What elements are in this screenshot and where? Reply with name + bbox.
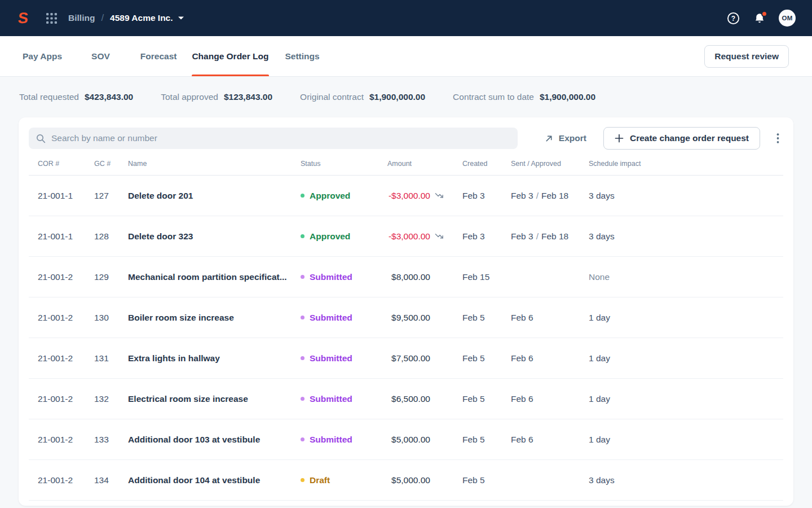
original-contract-value: $1,900,000.00 [369, 92, 425, 102]
status-label: Submitted [310, 313, 352, 323]
table-header-row: COR # GC # Name Status Amount Created Se… [29, 152, 783, 176]
search-input[interactable] [51, 133, 510, 143]
create-change-order-button[interactable]: Create change order request [603, 127, 760, 150]
gc-number: 131 [94, 353, 128, 364]
total-requested-value: $423,843.00 [85, 92, 133, 102]
project-selector[interactable]: 4589 Acme Inc. [110, 13, 183, 23]
notification-badge [761, 11, 767, 17]
tab-settings[interactable]: Settings [285, 36, 320, 76]
trend-cell [430, 314, 457, 322]
gc-number: 134 [94, 475, 128, 485]
trending-down-icon [435, 192, 444, 200]
sent-approved-separator: / [533, 231, 541, 241]
change-order-name: Additional door 104 at vestibule [128, 475, 301, 485]
created-date: Feb 3 [457, 191, 511, 201]
status-cell: Approved [301, 231, 387, 242]
created-date: Feb 5 [457, 435, 511, 445]
created-date: Feb 15 [457, 272, 511, 282]
col-header-amount: Amount [387, 160, 430, 168]
table-row[interactable]: 21-001-2 134 Additional door 104 at vest… [29, 460, 783, 501]
contract-sum-to-date: Contract sum to date $1,900,000.00 [453, 92, 595, 102]
cor-number: 21-001-2 [29, 475, 94, 485]
table-row[interactable]: 21-001-1 127 Delete door 201 Approved -$… [29, 176, 783, 216]
arrow-up-right-icon [545, 134, 553, 143]
trend-cell [430, 233, 457, 240]
status-dot-icon [301, 356, 304, 360]
change-order-name: Delete door 201 [128, 191, 301, 201]
change-order-name: Electrical room size increase [128, 394, 301, 404]
navbar-actions: ? OM [726, 10, 796, 27]
table-body: 21-001-1 127 Delete door 201 Approved -$… [29, 176, 783, 501]
table-row[interactable]: 21-001-2 130 Boiler room size increase S… [29, 297, 783, 338]
breadcrumb-section[interactable]: Billing [68, 13, 95, 23]
tab-change-order-log[interactable]: Change Order Log [192, 36, 268, 76]
sent-approved-dates: Feb 3/Feb 18 [511, 231, 589, 242]
contract-sum-value: $1,900,000.00 [540, 92, 595, 102]
search-icon [36, 134, 46, 143]
trend-cell [430, 436, 457, 444]
gc-number: 132 [94, 394, 128, 404]
table-row[interactable]: 21-001-2 132 Electrical room size increa… [29, 379, 783, 419]
sent-date: Feb 3 [511, 231, 533, 241]
help-button[interactable]: ? [726, 11, 740, 25]
table-row[interactable]: 21-001-2 129 Mechanical room partition s… [29, 257, 783, 297]
col-header-sent-approved: Sent / Approved [511, 160, 589, 168]
top-navbar: S Billing / 4589 Acme Inc. ? [0, 0, 812, 36]
tab-sov[interactable]: SOV [91, 36, 110, 76]
change-order-table: COR # GC # Name Status Amount Created Se… [29, 152, 783, 501]
schedule-impact: 1 day [589, 313, 783, 323]
total-approved-label: Total approved [161, 92, 218, 102]
schedule-impact: 1 day [589, 435, 783, 445]
trend-cell [430, 476, 457, 484]
status-label: Approved [310, 191, 350, 201]
col-header-created: Created [457, 160, 511, 168]
notifications-button[interactable] [753, 12, 766, 25]
brand-logo[interactable]: S [17, 11, 29, 26]
cor-number: 21-001-1 [29, 191, 94, 201]
status-label: Submitted [310, 394, 352, 404]
cor-number: 21-001-2 [29, 313, 94, 323]
approved-date: Feb 18 [541, 231, 568, 241]
col-header-status: Status [301, 160, 387, 168]
schedule-impact: 1 day [589, 353, 783, 364]
search-box[interactable] [29, 128, 518, 149]
schedule-impact: 3 days [589, 231, 783, 242]
table-row[interactable]: 21-001-1 128 Delete door 323 Approved -$… [29, 216, 783, 257]
table-row[interactable]: 21-001-2 133 Additional door 103 at vest… [29, 419, 783, 460]
sent-approved-dates: Feb 6/ [511, 353, 589, 364]
schedule-impact: None [589, 272, 783, 282]
sent-approved-separator: / [533, 191, 541, 200]
col-header-name: Name [128, 160, 301, 168]
export-label: Export [559, 133, 586, 143]
apps-grid-icon[interactable] [46, 13, 57, 24]
sent-approved-dates: Feb 6/ [511, 435, 589, 445]
cor-number: 21-001-2 [29, 272, 94, 282]
export-button[interactable]: Export [545, 133, 586, 143]
gc-number: 127 [94, 191, 128, 201]
status-dot-icon [301, 437, 304, 441]
trend-cell [430, 354, 457, 362]
gc-number: 129 [94, 272, 128, 282]
overflow-menu-button[interactable] [774, 131, 782, 146]
status-cell: Submitted [301, 435, 387, 445]
table-row[interactable]: 21-001-2 131 Extra lights in hallway Sub… [29, 338, 783, 379]
col-header-schedule-impact: Schedule impact [589, 160, 783, 168]
request-review-button[interactable]: Request review [704, 45, 789, 68]
status-cell: Draft [301, 475, 387, 485]
avatar[interactable]: OM [779, 10, 796, 27]
status-dot-icon [301, 478, 304, 482]
col-header-cor: COR # [29, 160, 94, 168]
project-name: 4589 Acme Inc. [110, 13, 173, 23]
change-order-name: Extra lights in hallway [128, 353, 301, 364]
cor-number: 21-001-2 [29, 435, 94, 445]
trend-cell [430, 192, 457, 200]
svg-text:?: ? [731, 14, 735, 22]
create-change-order-label: Create change order request [630, 133, 749, 143]
plus-icon [615, 134, 624, 143]
tab-pay-apps[interactable]: Pay Apps [23, 36, 62, 76]
status-cell: Submitted [301, 394, 387, 404]
tab-forecast[interactable]: Forecast [140, 36, 177, 76]
gc-number: 128 [94, 231, 128, 242]
chevron-down-icon [178, 16, 184, 20]
amount-value: $6,500.00 [387, 394, 430, 404]
